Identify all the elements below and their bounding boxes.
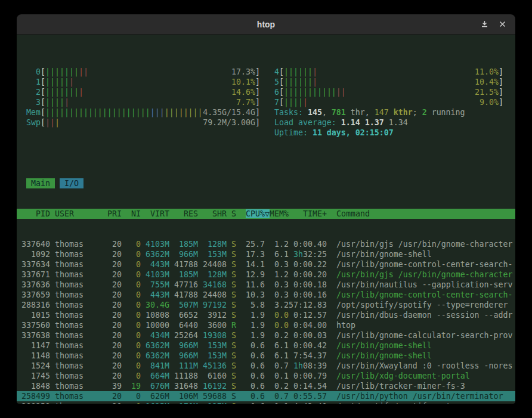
cell-mem: 0.3 [265, 280, 289, 290]
cell-cmd: /usr/bin/gnome-shell [327, 340, 515, 351]
arrow-down-to-bar-icon[interactable] [481, 20, 488, 28]
process-row[interactable]: 288259thomas2001625M170M127MS0.61.14:43.… [17, 401, 515, 404]
titlebar[interactable]: htop [17, 14, 515, 35]
close-icon[interactable] [499, 21, 506, 27]
stat-segment: Uptime: [274, 128, 313, 137]
cell-cmd: /opt/spotify/spotify --type=renderer [327, 300, 515, 310]
cell-s: S [227, 351, 236, 361]
cell-time: 4:43.40 [289, 401, 327, 404]
cell-mem: 1.1 [265, 401, 289, 404]
column-header-time[interactable]: TIME+ [289, 209, 327, 219]
column-header-command[interactable]: Command [327, 209, 515, 219]
meter-bar-segment: || [336, 88, 346, 97]
cell-virt: 6362M [141, 249, 169, 259]
process-row[interactable]: 1148thomas2006362M966M153MS0.66.17:54.37… [17, 351, 515, 361]
process-row[interactable]: 337638thomas200434M2526419308S1.90.20:00… [17, 330, 515, 340]
cell-time: 0:00.18 [289, 280, 327, 290]
cell-ni: 19 [122, 381, 141, 391]
sort-indicator: CPU%▽ [246, 209, 270, 218]
meter-bracket-open: [ [279, 97, 284, 107]
cell-mem: 6.1 [265, 249, 289, 259]
meter-bar-segment: | [313, 78, 317, 86]
meter-bar-segment: |||| [45, 98, 64, 107]
cell-pri: 20 [103, 391, 122, 401]
time-rest: 0:00.22 [293, 260, 327, 269]
meter-bar-segment: | [69, 78, 74, 86]
cell-cpu: 1.9 [236, 330, 265, 340]
cell-s: S [227, 381, 236, 391]
meters-panel: 0[|||||||||17.3%]1[||||||10.1%]2[|||||||… [17, 67, 515, 138]
time-rest: 7:54.37 [293, 351, 327, 360]
cell-user: thomas [50, 351, 103, 361]
process-row[interactable]: 1147thomas2006362M966M153MS0.66.10:00.42… [17, 340, 515, 351]
time-rest: 0:00.20 [293, 270, 327, 279]
process-row[interactable]: 337634thomas200443M4178824408S14.10.30:0… [17, 259, 515, 270]
column-header-shr[interactable]: SHR [198, 209, 227, 219]
cell-ni: 0 [122, 371, 141, 381]
process-row[interactable]: 337560thomas2001000064403600R1.90.00:04.… [17, 320, 515, 330]
cell-pri: 20 [103, 330, 122, 340]
cell-pid: 288316 [17, 300, 50, 310]
meter-label: 5 [274, 77, 279, 87]
cell-pri: 20 [103, 361, 122, 371]
column-header-ni[interactable]: NI [122, 209, 141, 219]
time-rest: 0:00.40 [293, 240, 327, 249]
meter-bracket-open: [ [41, 77, 45, 87]
process-row[interactable]: 1524thomas200841M111M45136S0.60.71h08:39… [17, 361, 515, 371]
process-row[interactable]: 1848thomas3919676M3164816192S0.60.20:14.… [17, 381, 515, 391]
cell-ni: 0 [122, 249, 141, 259]
column-header-cpu[interactable]: CPU%▽ [236, 209, 270, 219]
process-row[interactable]: 1092thomas2006362M966M153MS17.36.13h32:2… [17, 249, 515, 259]
column-header-virt[interactable]: VIRT [141, 209, 169, 219]
cell-virt: 4103M [141, 239, 169, 249]
cell-cpu: 1.9 [236, 320, 265, 330]
meter-bar-segment: ||| [150, 108, 165, 117]
meter-bar-segment: | [313, 67, 317, 76]
cell-pri: 39 [103, 381, 122, 391]
cell-virt: 676M [141, 381, 169, 391]
column-header-mem[interactable]: MEM% [270, 209, 289, 219]
cell-cpu: 10.3 [236, 290, 265, 300]
meter-value: 10.1% [231, 77, 255, 87]
cell-cpu: 0.6 [236, 381, 265, 391]
process-row[interactable]: 337640thomas2004103M185M128MS25.71.20:00… [17, 239, 515, 249]
tab-io[interactable]: I/O [60, 178, 83, 188]
cell-time: 0:00.42 [289, 340, 327, 351]
cpu-meter-5: 5[|||||||10.4%] [274, 77, 503, 87]
meter-track: |||||||||||||||||||||||||||||||||4.35G/1… [45, 107, 255, 117]
cell-cpu: 0.6 [236, 340, 265, 351]
cpu-meter-3: 3[|||||7.7%] [17, 97, 260, 107]
meter-bar-segment: | [303, 98, 308, 107]
column-header-pri[interactable]: PRI [103, 209, 122, 219]
process-row[interactable]: 288316thomas20030.4G507M97192S5.83.257:1… [17, 300, 515, 310]
process-row[interactable]: 337671thomas2004103M185M128MS12.91.20:00… [17, 270, 515, 280]
cell-shr: 153M [198, 340, 227, 351]
process-row[interactable]: 337636thomas200755M4771634168S11.60.30:0… [17, 280, 515, 290]
stat-line-uptime: Uptime: 11 days, 02:15:07 [274, 128, 503, 138]
cell-pri: 20 [103, 401, 122, 404]
cell-pri: 20 [103, 300, 122, 310]
column-header-res[interactable]: RES [169, 209, 198, 219]
cell-pid: 1524 [17, 361, 50, 371]
column-header-user[interactable]: USER [50, 209, 103, 219]
cell-ni: 0 [122, 401, 141, 404]
meter-bar-segment: | [79, 88, 83, 97]
process-row[interactable]: 337659thomas200443M4178824408S10.30.30:0… [17, 290, 515, 300]
stat-segment: 2 [422, 108, 427, 117]
tab-main[interactable]: Main [26, 178, 55, 188]
cell-mem: 0.2 [265, 381, 289, 391]
cell-virt: 755M [141, 280, 169, 290]
cell-pri: 20 [103, 340, 122, 351]
column-header-s[interactable]: S [227, 209, 236, 219]
cell-cpu: 0.6 [236, 401, 265, 404]
cell-cpu: 17.3 [236, 249, 265, 259]
column-header-pid[interactable]: PID [17, 209, 50, 219]
process-row[interactable]: 258499thomas200626M106M59688S0.60.70:55.… [17, 391, 515, 401]
meter-bar-marks: ||||||| [284, 67, 475, 77]
meter-value: 21.5% [475, 87, 499, 97]
process-row[interactable]: 1745thomas200664M111886160S0.60.10:00.79… [17, 371, 515, 381]
process-row[interactable]: 1015thomas2001080866523912S1.90.00:12.57… [17, 310, 515, 320]
cell-time: 0:14.54 [289, 381, 327, 391]
meter-bracket-close: ] [499, 67, 503, 77]
terminal[interactable]: 0[|||||||||17.3%]1[||||||10.1%]2[|||||||… [17, 35, 515, 404]
